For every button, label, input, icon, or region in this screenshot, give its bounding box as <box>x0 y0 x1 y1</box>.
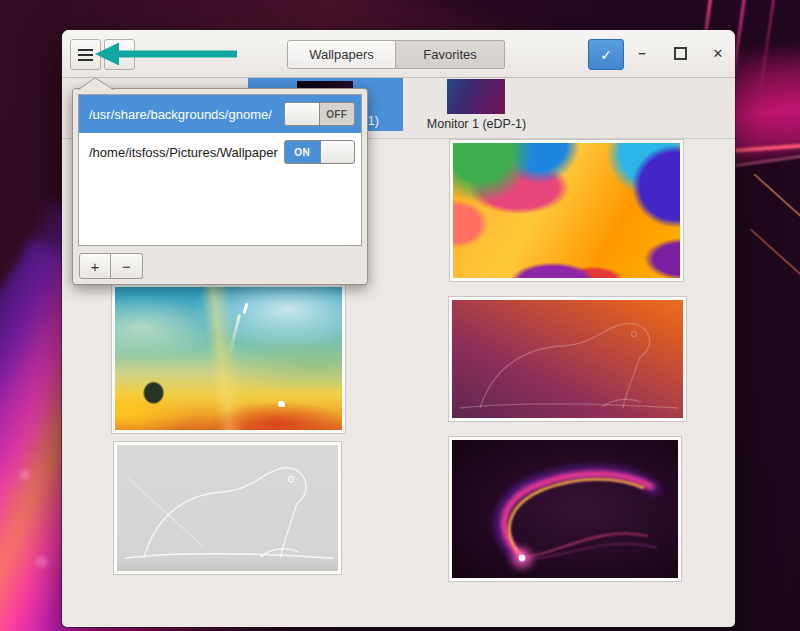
comet-swoosh <box>452 440 678 578</box>
wallpaper-thumbnail-watercolor[interactable] <box>115 287 342 430</box>
rocket-trail <box>228 314 241 355</box>
monitor-item-edp1[interactable]: Monitor 1 (eDP-1) <box>414 78 539 134</box>
close-icon: ✕ <box>713 46 724 61</box>
close-button[interactable]: ✕ <box>703 39 733 68</box>
toggle-label: ON <box>285 141 320 163</box>
screenshot-root: Wallpapers Favorites ✓ − ✕ Monitor 1 (HD… <box>0 0 800 631</box>
apply-button[interactable]: ✓ <box>588 39 624 70</box>
beaver-outline <box>117 445 338 571</box>
beaver-outline <box>452 300 683 418</box>
annotation-arrow-icon <box>90 38 240 70</box>
folder-row-gnome[interactable]: /usr/share/backgrounds/gnome/ OFF <box>79 95 361 133</box>
minimize-icon: − <box>638 46 646 61</box>
toggle-handle <box>320 141 355 163</box>
bokeh-dot <box>20 470 30 480</box>
maximize-icon <box>674 47 687 60</box>
toggle-label: OFF <box>320 103 355 125</box>
toggle-handle <box>285 103 320 125</box>
folder-toggle-on[interactable]: ON <box>284 140 355 164</box>
folder-row-wallpaper[interactable]: /home/itsfoss/Pictures/Wallpaper ON <box>79 133 361 171</box>
desktop-streak <box>735 144 800 153</box>
folder-path: /home/itsfoss/Pictures/Wallpaper <box>89 145 278 160</box>
wallpaper-thumbnail-ubuntu-orange[interactable] <box>452 300 683 418</box>
remove-folder-button[interactable]: − <box>111 253 143 279</box>
folder-toggle-off[interactable]: OFF <box>284 102 355 126</box>
folder-path: /usr/share/backgrounds/gnome/ <box>89 107 272 122</box>
monitor-label: Monitor 1 (eDP-1) <box>394 117 559 131</box>
tab-favorites[interactable]: Favorites <box>396 40 505 69</box>
minimize-button[interactable]: − <box>627 39 657 68</box>
bokeh-dot <box>36 556 48 568</box>
maximize-button[interactable] <box>665 39 695 68</box>
desktop-streak <box>750 229 800 297</box>
tab-wallpapers[interactable]: Wallpapers <box>287 40 396 69</box>
desktop-streak <box>754 0 775 129</box>
bird <box>278 401 285 407</box>
desktop-streak <box>754 173 800 238</box>
folder-list: /usr/share/backgrounds/gnome/ OFF /home/… <box>78 94 362 246</box>
wallpaper-thumbnail-ubuntu-gray[interactable] <box>117 445 338 571</box>
folders-popover: /usr/share/backgrounds/gnome/ OFF /home/… <box>72 88 368 285</box>
wallpaper-thumbnail-colorful-paint[interactable] <box>453 143 680 278</box>
wallpaper-thumbnail-purple-comet[interactable] <box>452 440 678 578</box>
popover-pointer <box>78 77 114 90</box>
view-switcher: Wallpapers Favorites <box>287 40 505 69</box>
popover-footer: + − <box>79 253 143 279</box>
check-icon: ✓ <box>600 47 612 63</box>
desktop-streak <box>733 155 800 167</box>
add-folder-button[interactable]: + <box>79 253 111 279</box>
rocket <box>243 303 249 314</box>
monitor-preview-thumbnail <box>447 79 505 114</box>
